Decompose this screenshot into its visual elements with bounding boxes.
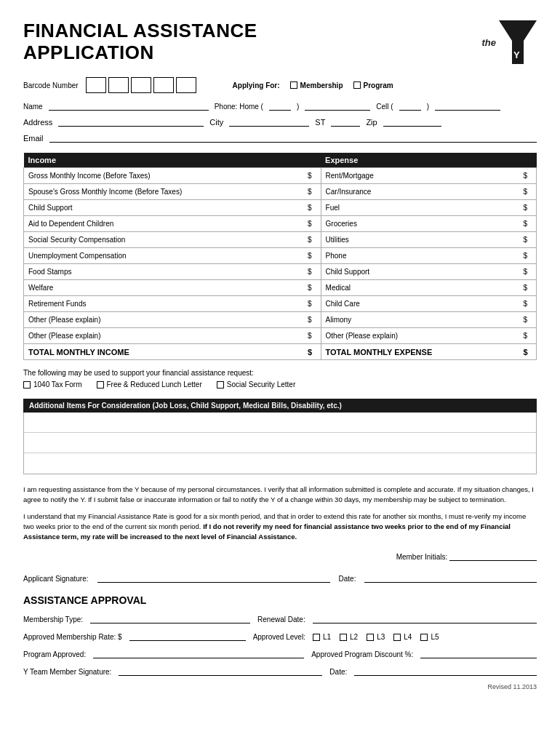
level-l4[interactable]: L4 (393, 633, 412, 641)
income-dollar-2[interactable]: $ (306, 184, 321, 200)
total-income-dollar[interactable]: $ (306, 344, 321, 360)
phone-label: Phone: Home ( (215, 103, 263, 111)
income-dollar-4[interactable]: $ (306, 216, 321, 232)
applicant-sig-input[interactable] (97, 573, 330, 583)
y-team-date-input[interactable] (354, 666, 537, 676)
barcode-box-2[interactable] (108, 77, 129, 93)
expense-row-1[interactable]: Rent/Mortgage (321, 168, 521, 184)
y-team-sig-input[interactable] (119, 666, 322, 676)
level-l1[interactable]: L1 (313, 633, 331, 641)
level-l5[interactable]: L5 (420, 633, 439, 641)
level-l3-checkbox[interactable] (367, 634, 374, 641)
program-option[interactable]: Program (353, 81, 393, 89)
barcode-box-3[interactable] (131, 77, 151, 93)
city-input[interactable] (229, 116, 309, 127)
income-expense-table: Income Expense Gross Monthly Income (Bef… (23, 153, 537, 360)
expense-dollar-2[interactable]: $ (522, 184, 537, 200)
expense-dollar-11[interactable]: $ (522, 328, 537, 344)
lunch-letter-checkbox[interactable] (97, 381, 104, 389)
cell-number-input[interactable] (435, 100, 500, 111)
income-row-1[interactable]: Gross Monthly Income (Before Taxes) (24, 168, 307, 184)
income-row-4[interactable]: Aid to Dependent Children (24, 216, 307, 232)
income-dollar-9[interactable]: $ (306, 296, 321, 312)
lunch-letter-option[interactable]: Free & Reduced Lunch Letter (97, 381, 202, 389)
approved-rate-label: Approved Membership Rate: $ (23, 633, 122, 641)
total-expense-dollar[interactable]: $ (522, 344, 537, 360)
discount-input[interactable] (420, 648, 537, 658)
social-security-checkbox[interactable] (217, 381, 224, 389)
barcode-box-1[interactable] (86, 77, 106, 93)
income-row-2[interactable]: Spouse's Gross Monthly Income (Before Ta… (24, 184, 307, 200)
program-approved-input[interactable] (93, 648, 304, 658)
approved-rate-input[interactable] (129, 631, 246, 641)
phone-area-input[interactable] (269, 100, 291, 111)
state-input[interactable] (331, 116, 360, 127)
additional-line-3[interactable] (24, 453, 536, 474)
level-l2[interactable]: L2 (340, 633, 358, 641)
level-l1-checkbox[interactable] (313, 634, 320, 641)
tax-form-checkbox[interactable] (23, 381, 31, 389)
expense-dollar-1[interactable]: $ (522, 168, 537, 184)
expense-row-3[interactable]: Fuel (321, 200, 521, 216)
membership-option[interactable]: Membership (290, 81, 343, 89)
discount-label: Approved Program Discount %: (311, 650, 413, 658)
expense-dollar-6[interactable]: $ (522, 248, 537, 264)
income-row-8[interactable]: Welfare (24, 280, 307, 296)
income-row-9[interactable]: Retirement Funds (24, 296, 307, 312)
expense-dollar-5[interactable]: $ (522, 232, 537, 248)
expense-dollar-9[interactable]: $ (522, 296, 537, 312)
phone-number-input[interactable] (305, 100, 370, 111)
income-dollar-10[interactable]: $ (306, 312, 321, 328)
expense-dollar-7[interactable]: $ (522, 264, 537, 280)
cell-area-input[interactable] (399, 100, 421, 111)
level-l5-checkbox[interactable] (420, 634, 428, 641)
level-l3[interactable]: L3 (367, 633, 385, 641)
name-input[interactable] (49, 100, 209, 111)
expense-dollar-4[interactable]: $ (522, 216, 537, 232)
income-row-11[interactable]: Other (Please explain) (24, 328, 307, 344)
income-row-5[interactable]: Social Security Compensation (24, 232, 307, 248)
expense-row-10[interactable]: Alimony (321, 312, 521, 328)
additional-line-2[interactable] (24, 433, 536, 453)
address-input[interactable] (58, 116, 204, 127)
member-initials-input[interactable] (449, 551, 537, 561)
expense-dollar-3[interactable]: $ (522, 200, 537, 216)
expense-row-11[interactable]: Other (Please explain) (321, 328, 521, 344)
expense-row-7[interactable]: Child Support (321, 264, 521, 280)
income-row-3[interactable]: Child Support (24, 200, 307, 216)
income-row-6[interactable]: Unemployment Compensation (24, 248, 307, 264)
expense-row-5[interactable]: Utilities (321, 232, 521, 248)
barcode-box-4[interactable] (153, 77, 174, 93)
income-dollar-8[interactable]: $ (306, 280, 321, 296)
level-l4-checkbox[interactable] (393, 634, 401, 641)
expense-row-4[interactable]: Groceries (321, 216, 521, 232)
membership-type-input[interactable] (90, 613, 250, 624)
income-dollar-1[interactable]: $ (306, 168, 321, 184)
sig-date-input[interactable] (364, 573, 537, 583)
expense-row-8[interactable]: Medical (321, 280, 521, 296)
barcode-box-5[interactable] (176, 77, 196, 93)
income-dollar-11[interactable]: $ (306, 328, 321, 344)
membership-type-row: Membership Type: Renewal Date: (23, 613, 537, 624)
expense-row-9[interactable]: Child Care (321, 296, 521, 312)
additional-line-1[interactable] (24, 413, 536, 433)
income-dollar-6[interactable]: $ (306, 248, 321, 264)
renewal-date-input[interactable] (313, 613, 537, 624)
income-row-7[interactable]: Food Stamps (24, 264, 307, 280)
social-security-option[interactable]: Social Security Letter (217, 381, 296, 389)
income-dollar-7[interactable]: $ (306, 264, 321, 280)
email-input[interactable] (49, 132, 537, 143)
expense-row-6[interactable]: Phone (321, 248, 521, 264)
expense-row-2[interactable]: Car/Insurance (321, 184, 521, 200)
membership-checkbox[interactable] (290, 81, 297, 89)
program-checkbox[interactable] (353, 81, 361, 89)
tax-form-option[interactable]: 1040 Tax Form (23, 381, 82, 389)
income-row-10[interactable]: Other (Please explain) (24, 312, 307, 328)
income-dollar-5[interactable]: $ (306, 232, 321, 248)
expense-dollar-8[interactable]: $ (522, 280, 537, 296)
level-l2-checkbox[interactable] (340, 634, 347, 641)
zip-input[interactable] (383, 116, 441, 127)
income-dollar-3[interactable]: $ (306, 200, 321, 216)
table-row: Retirement Funds $ Child Care $ (24, 296, 537, 312)
expense-dollar-10[interactable]: $ (522, 312, 537, 328)
